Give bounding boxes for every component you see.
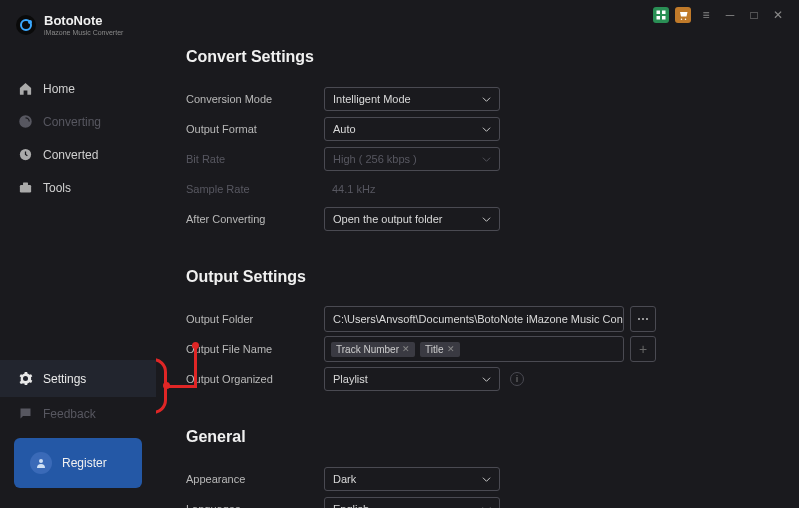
select-appearance[interactable]: Dark xyxy=(324,467,500,491)
maximize-button[interactable]: □ xyxy=(745,7,763,23)
browse-folder-button[interactable]: ⋯ xyxy=(630,306,656,332)
label-bit-rate: Bit Rate xyxy=(186,153,324,165)
row-conversion-mode: Conversion Mode Intelligent Mode xyxy=(186,84,767,114)
cart-icon[interactable] xyxy=(675,7,691,23)
annotation-line xyxy=(166,385,196,388)
menu-icon[interactable]: ≡ xyxy=(697,7,715,23)
sidebar-item-converting[interactable]: Converting xyxy=(0,105,156,138)
row-appearance: Appearance Dark xyxy=(186,464,767,494)
annotation-line xyxy=(194,345,197,388)
register-label: Register xyxy=(62,456,107,470)
section-title-output: Output Settings xyxy=(186,268,767,286)
annotation-dot xyxy=(163,382,170,389)
chevron-down-icon xyxy=(482,125,491,134)
app-name: BotoNote xyxy=(44,14,123,27)
input-output-filename[interactable]: Track Number✕ Title✕ xyxy=(324,336,624,362)
gear-icon xyxy=(18,371,33,386)
row-after-converting: After Converting Open the output folder xyxy=(186,204,767,234)
nav-main: Home Converting Converted Tools xyxy=(0,48,156,360)
select-languages[interactable]: English xyxy=(324,497,500,508)
chevron-down-icon xyxy=(482,95,491,104)
label-output-folder: Output Folder xyxy=(186,313,324,325)
chevron-down-icon xyxy=(482,475,491,484)
sidebar-item-label: Converting xyxy=(43,115,101,129)
sidebar-item-converted[interactable]: Converted xyxy=(0,138,156,171)
row-output-organized: Output Organized Playlist i xyxy=(186,364,767,394)
label-conversion-mode: Conversion Mode xyxy=(186,93,324,105)
select-output-format[interactable]: Auto xyxy=(324,117,500,141)
svg-rect-4 xyxy=(657,11,661,15)
user-icon xyxy=(30,452,52,474)
clock-icon xyxy=(18,147,33,162)
sidebar-item-home[interactable]: Home xyxy=(0,72,156,105)
chevron-down-icon xyxy=(482,505,491,509)
apps-grid-icon[interactable] xyxy=(653,7,669,23)
minimize-button[interactable]: ─ xyxy=(721,7,739,23)
chip-remove-icon[interactable]: ✕ xyxy=(402,344,410,354)
select-bit-rate: High ( 256 kbps ) xyxy=(324,147,500,171)
select-after-converting[interactable]: Open the output folder xyxy=(324,207,500,231)
row-languages: Languages English xyxy=(186,494,767,508)
add-filename-token-button[interactable]: + xyxy=(630,336,656,362)
svg-rect-1 xyxy=(20,185,31,193)
sidebar-item-tools[interactable]: Tools xyxy=(0,171,156,204)
toolbox-icon xyxy=(18,180,33,195)
section-title-convert: Convert Settings xyxy=(186,48,767,66)
sidebar-item-label: Tools xyxy=(43,181,71,195)
row-output-format: Output Format Auto xyxy=(186,114,767,144)
register-button[interactable]: Register xyxy=(14,438,142,488)
chip-track-number[interactable]: Track Number✕ xyxy=(331,342,415,357)
label-appearance: Appearance xyxy=(186,473,324,485)
home-icon xyxy=(18,81,33,96)
row-sample-rate: Sample Rate 44.1 kHz xyxy=(186,174,767,204)
chip-title[interactable]: Title✕ xyxy=(420,342,460,357)
value-sample-rate: 44.1 kHz xyxy=(324,177,500,201)
svg-rect-5 xyxy=(662,11,666,15)
label-output-organized: Output Organized xyxy=(186,373,324,385)
input-output-folder[interactable]: C:\Users\Anvsoft\Documents\BotoNote iMaz… xyxy=(324,306,624,332)
chevron-down-icon xyxy=(482,155,491,164)
logo-icon xyxy=(16,15,36,35)
label-after-converting: After Converting xyxy=(186,213,324,225)
sidebar-item-label: Home xyxy=(43,82,75,96)
app-logo: BotoNote iMazone Music Converter xyxy=(0,10,156,48)
label-output-format: Output Format xyxy=(186,123,324,135)
chevron-down-icon xyxy=(482,215,491,224)
select-conversion-mode[interactable]: Intelligent Mode xyxy=(324,87,500,111)
nav-bottom: Settings Feedback Register xyxy=(0,360,156,508)
app-subtitle: iMazone Music Converter xyxy=(44,29,123,36)
label-output-filename: Output File Name xyxy=(186,343,324,355)
section-title-general: General xyxy=(186,428,767,446)
spinner-icon xyxy=(18,114,33,129)
main-content: ≡ ─ □ ✕ Convert Settings Conversion Mode… xyxy=(156,0,799,508)
annotation-dot xyxy=(192,342,199,349)
sidebar-item-settings[interactable]: Settings xyxy=(0,360,156,397)
svg-rect-2 xyxy=(23,183,28,186)
sidebar-item-label: Converted xyxy=(43,148,98,162)
chat-icon xyxy=(18,406,33,421)
chip-remove-icon[interactable]: ✕ xyxy=(447,344,455,354)
chevron-down-icon xyxy=(482,375,491,384)
svg-rect-6 xyxy=(657,16,661,20)
label-languages: Languages xyxy=(186,503,324,508)
svg-rect-7 xyxy=(662,16,666,20)
select-output-organized[interactable]: Playlist xyxy=(324,367,500,391)
sidebar: BotoNote iMazone Music Converter Home Co… xyxy=(0,0,156,508)
sidebar-item-label: Settings xyxy=(43,372,86,386)
row-output-folder: Output Folder C:\Users\Anvsoft\Documents… xyxy=(186,304,767,334)
close-button[interactable]: ✕ xyxy=(769,7,787,23)
row-output-filename: Output File Name Track Number✕ Title✕ + xyxy=(186,334,767,364)
sidebar-item-label: Feedback xyxy=(43,407,96,421)
label-sample-rate: Sample Rate xyxy=(186,183,324,195)
svg-point-3 xyxy=(39,459,43,463)
sidebar-item-feedback[interactable]: Feedback xyxy=(0,397,156,430)
info-icon[interactable]: i xyxy=(510,372,524,386)
row-bit-rate: Bit Rate High ( 256 kbps ) xyxy=(186,144,767,174)
titlebar: ≡ ─ □ ✕ xyxy=(653,7,787,23)
